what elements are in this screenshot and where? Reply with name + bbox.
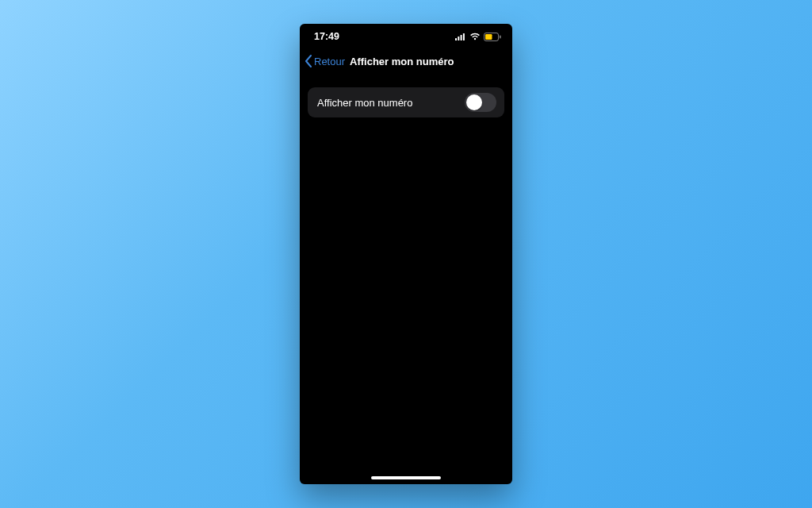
status-time: 17:49 bbox=[314, 31, 339, 42]
content-area: Afficher mon numéro bbox=[300, 73, 512, 117]
back-button[interactable]: Retour bbox=[304, 55, 345, 67]
svg-rect-6 bbox=[485, 34, 492, 40]
svg-rect-1 bbox=[458, 37, 459, 40]
svg-rect-3 bbox=[463, 33, 465, 40]
home-indicator[interactable] bbox=[371, 476, 441, 479]
status-indicators bbox=[455, 33, 501, 41]
phone-frame: 17:49 bbox=[300, 24, 512, 484]
chevron-left-icon bbox=[304, 55, 312, 67]
page-title: Afficher mon numéro bbox=[350, 56, 454, 67]
svg-rect-2 bbox=[461, 35, 462, 40]
toggle-knob bbox=[466, 94, 482, 110]
wifi-icon bbox=[469, 33, 481, 40]
nav-bar: Retour Afficher mon numéro bbox=[300, 49, 512, 73]
svg-rect-5 bbox=[500, 35, 501, 38]
show-my-number-label: Afficher mon numéro bbox=[317, 97, 412, 109]
battery-icon bbox=[484, 33, 501, 41]
show-my-number-toggle[interactable] bbox=[465, 93, 496, 112]
back-label: Retour bbox=[314, 56, 345, 67]
show-my-number-row: Afficher mon numéro bbox=[308, 87, 504, 117]
svg-rect-0 bbox=[455, 38, 457, 40]
cellular-signal-icon bbox=[455, 33, 466, 40]
status-bar: 17:49 bbox=[300, 24, 512, 49]
